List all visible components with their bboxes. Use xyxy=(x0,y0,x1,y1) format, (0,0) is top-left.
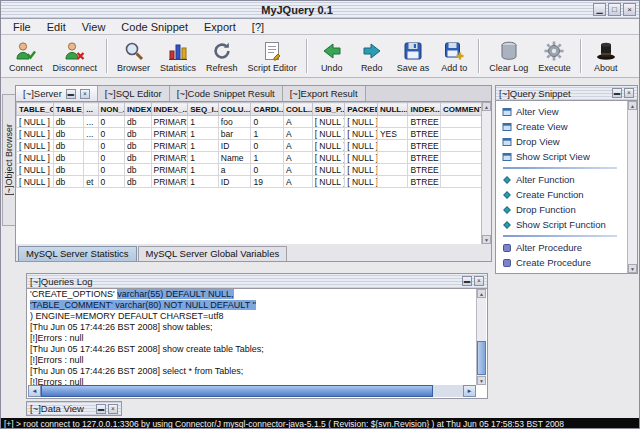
browser-button[interactable]: Browser xyxy=(112,39,155,74)
column-header-14[interactable]: COMMENT xyxy=(441,103,482,116)
column-header-7[interactable]: COLU... xyxy=(218,103,251,116)
log-horizontal-scroll-thumb[interactable] xyxy=(41,385,433,397)
snippet-item-drop-view[interactable]: Drop View xyxy=(502,134,627,149)
table-cell: 0 xyxy=(98,140,125,152)
tab-mysql-server-statistics[interactable]: MySQL Server Statistics xyxy=(18,246,137,261)
clear-log-button[interactable]: Clear Log xyxy=(484,39,533,74)
redo-label: Redo xyxy=(361,63,383,73)
frame-close-icon[interactable]: × xyxy=(474,276,484,286)
column-header-4[interactable]: INDEX... xyxy=(125,103,152,116)
table-row[interactable]: [ NULL ]db...0dbPRIMARY1foo0A[ NULL ][ N… xyxy=(17,116,482,128)
scroll-up-icon[interactable]: ▲ xyxy=(477,289,486,298)
log-vertical-scrollbar[interactable]: ▲ ▼ xyxy=(476,289,486,385)
snippet-item-drop-function[interactable]: Drop Function xyxy=(502,202,627,217)
frame-minimize-icon[interactable]: ▬ xyxy=(66,89,76,99)
log-text-segment: [!]Errors : null xyxy=(30,333,84,343)
tab-mysql-server-global-variables[interactable]: MySQL Server Global Variables xyxy=(138,246,288,261)
snippet-vertical-scrollbar[interactable]: ▲ ▼ xyxy=(627,101,637,273)
table-cell: 19 xyxy=(251,176,284,188)
execute-button[interactable]: Execute xyxy=(533,39,576,74)
snippet-item-show-script-view[interactable]: Show Script View xyxy=(502,149,627,164)
column-header-8[interactable]: CARDI... xyxy=(251,103,284,116)
table-row[interactable]: [ NULL ]db...0dbPRIMARY1bar1A[ NULL ][ N… xyxy=(17,128,482,140)
scroll-down-icon[interactable]: ▼ xyxy=(477,376,486,385)
server-vertical-scrollbar[interactable]: ▲ ▼ xyxy=(481,102,491,244)
toolbar: ConnectDisconnectBrowserStatisticsRefres… xyxy=(1,35,639,78)
table-row[interactable]: [ NULL ]db0dbPRIMARY1a0A[ NULL ][ NULL ]… xyxy=(17,164,482,176)
statistics-button[interactable]: Statistics xyxy=(155,39,201,74)
menu-item-file[interactable]: File xyxy=(5,20,39,34)
column-header-2[interactable]: ... xyxy=(84,103,98,116)
connect-button[interactable]: Connect xyxy=(4,39,48,74)
column-header-12[interactable]: NULL... xyxy=(377,103,408,116)
connect-icon xyxy=(15,40,37,62)
column-header-11[interactable]: PACKED xyxy=(345,103,378,116)
maximize-icon[interactable]: □ xyxy=(608,3,621,16)
frame-minimize-icon[interactable]: ▬ xyxy=(96,404,106,414)
snippet-item-alter-view[interactable]: Alter View xyxy=(502,104,627,119)
column-header-10[interactable]: SUB_P... xyxy=(312,103,345,116)
add-to-button[interactable]: Add to xyxy=(434,39,474,74)
menu-item-edit[interactable]: Edit xyxy=(39,20,74,34)
snippet-item-create-function[interactable]: Create Function xyxy=(502,187,627,202)
script-editor-button[interactable]: Script Editor xyxy=(243,39,302,74)
queries-log-text[interactable]: 'CREATE_OPTIONS' varchar(55) DEFAULT NUL… xyxy=(28,289,476,385)
tab-code-snippet-result[interactable]: [~]Code Snippet Result xyxy=(170,86,283,101)
object-browser-tab[interactable]: [~]Object Browser xyxy=(2,94,16,226)
snippet-item-alter-procedure[interactable]: Alter Procedure xyxy=(502,240,627,255)
procedure-snippet-icon xyxy=(502,258,512,268)
about-button[interactable]: About xyxy=(586,39,626,74)
frame-close-icon[interactable]: × xyxy=(624,88,634,98)
frame-close-icon[interactable]: × xyxy=(80,89,90,99)
tab-server[interactable]: [~]Server ▬ × xyxy=(16,86,98,101)
snippet-item-show-script-function[interactable]: Show Script Function xyxy=(502,217,627,232)
scroll-up-icon[interactable]: ▲ xyxy=(628,101,637,110)
function-snippet-icon xyxy=(502,220,512,230)
scroll-right-icon[interactable]: ► xyxy=(463,385,476,397)
table-cell: ... xyxy=(84,128,98,140)
scroll-down-icon[interactable]: ▼ xyxy=(482,235,491,244)
minimize-icon[interactable]: ▁ xyxy=(593,3,606,16)
scroll-up-icon[interactable]: ▲ xyxy=(482,102,491,111)
tab-sql-editor[interactable]: [~]SQL Editor xyxy=(98,86,170,101)
table-cell: PRIMARY xyxy=(151,128,188,140)
scroll-left-icon[interactable]: ◄ xyxy=(28,385,41,397)
table-row[interactable]: [ NULL ]dbet0dbPRIMARY1ID19A[ NULL ][ NU… xyxy=(17,176,482,188)
table-cell: BTREE xyxy=(408,128,441,140)
menu-item-view[interactable]: View xyxy=(74,20,114,34)
log-horizontal-scroll-track[interactable] xyxy=(41,385,463,397)
snippet-item-create-procedure[interactable]: Create Procedure xyxy=(502,255,627,270)
scroll-down-icon[interactable]: ▼ xyxy=(628,264,637,273)
frame-close-icon[interactable]: × xyxy=(108,404,118,414)
table-row[interactable]: [ NULL ]db0dbPRIMARY1Name1A[ NULL ][ NUL… xyxy=(17,152,482,164)
column-header-9[interactable]: COLL... xyxy=(284,103,313,116)
refresh-button[interactable]: Refresh xyxy=(201,39,243,74)
column-header-3[interactable]: NON_... xyxy=(98,103,125,116)
menu-item-[interactable]: [?] xyxy=(244,20,272,34)
column-header-1[interactable]: TABLE_... xyxy=(53,103,84,116)
snippet-item-create-view[interactable]: Create View xyxy=(502,119,627,134)
tab-export-result[interactable]: [~]Export Result xyxy=(283,86,366,101)
redo-button[interactable]: Redo xyxy=(352,39,392,74)
menu-item-export[interactable]: Export xyxy=(196,20,244,34)
procedure-snippet-icon xyxy=(502,243,512,253)
table-row[interactable]: [ NULL ]db0dbPRIMARY1ID0A[ NULL ][ NULL … xyxy=(17,140,482,152)
snippet-item-alter-function[interactable]: Alter Function xyxy=(502,172,627,187)
menu-item-code-snippet[interactable]: Code Snippet xyxy=(113,20,196,34)
column-header-6[interactable]: SEQ_I... xyxy=(188,103,219,116)
frame-minimize-icon[interactable]: ▬ xyxy=(612,88,622,98)
frame-minimize-icon[interactable]: ▬ xyxy=(462,276,472,286)
column-header-5[interactable]: INDEX_... xyxy=(151,103,188,116)
data-view-frame[interactable]: [~]Data View ▬ × xyxy=(26,401,122,416)
query-snippet-frame: [~]Query Snippet ▬ × Alter ViewCreate Vi… xyxy=(495,85,638,274)
log-vertical-scroll-thumb[interactable] xyxy=(477,341,486,375)
log-horizontal-scrollbar[interactable]: ◄ ► xyxy=(28,385,476,397)
column-header-13[interactable]: INDEX... xyxy=(408,103,441,116)
undo-button[interactable]: Undo xyxy=(312,39,352,74)
column-header-0[interactable]: TABLE_C... xyxy=(17,103,54,116)
disconnect-button[interactable]: Disconnect xyxy=(48,39,103,74)
save-as-button[interactable]: Save as xyxy=(392,39,435,74)
snippet-item-label: Alter Function xyxy=(516,174,575,185)
clear-log-icon xyxy=(498,40,520,62)
close-icon[interactable]: × xyxy=(623,3,636,16)
